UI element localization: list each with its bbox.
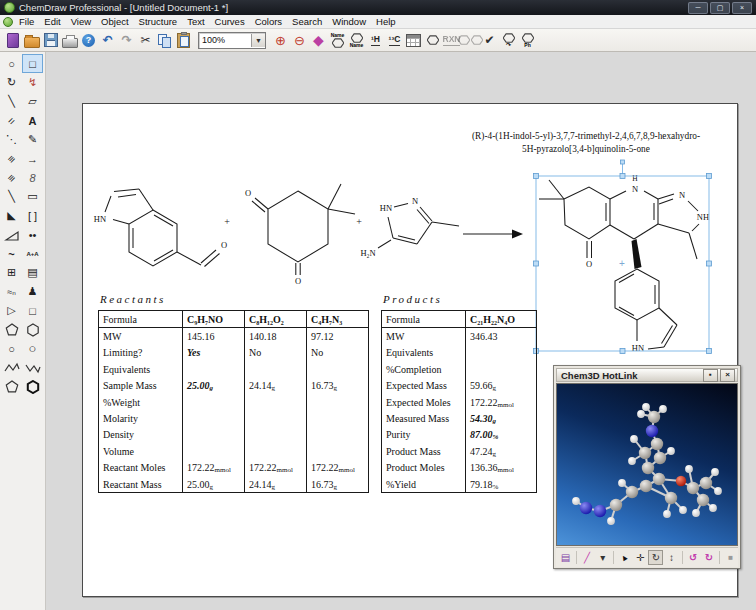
- table-cell[interactable]: [183, 443, 245, 459]
- table-cell[interactable]: [245, 361, 307, 377]
- table-cell[interactable]: C₉H₇NO: [183, 311, 245, 328]
- polymer-tool[interactable]: ≈ₙ: [1, 282, 22, 301]
- new-document-button[interactable]: [3, 30, 22, 50]
- row-label[interactable]: Product Mass: [382, 443, 466, 459]
- open-button[interactable]: [22, 30, 41, 50]
- cyclopropane-ring-tool[interactable]: ▷: [1, 301, 22, 320]
- menu-edit[interactable]: Edit: [39, 15, 65, 28]
- lasso-tool[interactable]: ○: [1, 54, 22, 73]
- table-cell[interactable]: 136.36mmol: [466, 460, 537, 476]
- table-cell[interactable]: 79.18%: [466, 476, 537, 493]
- zoom-dropdown-arrow-icon[interactable]: ▼: [251, 34, 265, 47]
- chem3d-rotate-bond-minus-button[interactable]: ↺: [686, 550, 701, 565]
- benzene-ring-tool[interactable]: [22, 377, 43, 396]
- bold-bond-tool[interactable]: ╲: [1, 187, 22, 206]
- table-cell[interactable]: 16.73g: [307, 476, 369, 493]
- products-table[interactable]: FormulaC₂₁H₂₂N₄OMW346.43Equivalents%Comp…: [381, 310, 537, 493]
- row-label[interactable]: %Completion: [382, 361, 466, 377]
- reactants-table[interactable]: FormulaC₉H₇NOC₈H₁₂O₂C₄H₇N₃MW145.16140.18…: [98, 310, 369, 493]
- pen-tool[interactable]: ✎: [22, 130, 43, 149]
- table-cell[interactable]: [307, 443, 369, 459]
- chem3d-stop-button[interactable]: ■: [723, 550, 738, 565]
- row-label[interactable]: MW: [382, 328, 466, 345]
- cyclopentadiene-ring-tool[interactable]: [1, 377, 22, 396]
- row-label[interactable]: Expected Mass: [382, 378, 466, 394]
- row-label[interactable]: Reactant Moles: [99, 460, 183, 476]
- chem3d-zoom-tool[interactable]: ↕: [664, 550, 679, 565]
- menu-curves[interactable]: Curves: [210, 15, 250, 28]
- expand-label-button[interactable]: ↷: [499, 30, 518, 50]
- table-cell[interactable]: 24.14g: [245, 476, 307, 493]
- table-cell[interactable]: [307, 361, 369, 377]
- menu-window[interactable]: Window: [327, 15, 371, 28]
- chem3d-viewport[interactable]: [556, 383, 738, 546]
- hashed-wedge-tool[interactable]: ≡: [1, 168, 22, 187]
- row-label[interactable]: MW: [99, 328, 183, 345]
- table-cell[interactable]: [245, 427, 307, 443]
- table-cell[interactable]: 16.73g: [307, 378, 369, 394]
- table-cell[interactable]: 87.00%: [466, 427, 537, 443]
- table-cell[interactable]: [307, 410, 369, 426]
- row-label[interactable]: Volume: [99, 443, 183, 459]
- chem3d-undock-button[interactable]: ▪: [703, 369, 718, 382]
- cyclohexane-ring-tool[interactable]: [22, 320, 43, 339]
- paste-button[interactable]: [174, 30, 193, 50]
- table-cell[interactable]: [307, 394, 369, 410]
- copy-button[interactable]: [155, 30, 174, 50]
- row-label[interactable]: Sample Mass: [99, 378, 183, 394]
- row-label[interactable]: %Weight: [99, 394, 183, 410]
- menu-text[interactable]: Text: [182, 15, 209, 28]
- table-cell[interactable]: [245, 394, 307, 410]
- chem3d-build-bond-tool[interactable]: ╱: [580, 550, 595, 565]
- table-cell[interactable]: C₂₁H₂₂N₄O: [466, 311, 537, 328]
- table-cell[interactable]: 47.24g: [466, 443, 537, 459]
- chem3d-build-bond-dropdown[interactable]: ▾: [595, 550, 610, 565]
- table-cell[interactable]: 24.14g: [245, 378, 307, 394]
- multiple-bond-tool[interactable]: =: [1, 111, 22, 130]
- print-button[interactable]: [60, 30, 79, 50]
- row-label[interactable]: Molarity: [99, 410, 183, 426]
- chem3d-close-button[interactable]: ×: [720, 369, 735, 382]
- table-cell[interactable]: 172.22mmol: [245, 460, 307, 476]
- chem3d-pan-tool[interactable]: ✛: [633, 550, 648, 565]
- redo-button[interactable]: ↷: [117, 30, 136, 50]
- structure-dimedone[interactable]: O O: [245, 184, 355, 286]
- chair-cyclohexane-tool-2[interactable]: [22, 358, 43, 377]
- reactants-heading[interactable]: Reactants: [100, 293, 166, 305]
- structure-aminopyrazole[interactable]: HN N H₂N: [360, 196, 459, 258]
- cyclooctane-ring-tool[interactable]: ○: [22, 339, 43, 358]
- stamp-tool[interactable]: ♟: [22, 282, 43, 301]
- chem3d-title-bar[interactable]: Chem3D HotLink ▪×: [556, 368, 738, 382]
- wavy-bond-tool[interactable]: ~: [1, 244, 22, 263]
- table-cell[interactable]: [183, 394, 245, 410]
- contract-label-button[interactable]: Ph: [518, 30, 537, 50]
- undo-button[interactable]: ↶: [98, 30, 117, 50]
- table-cell[interactable]: [466, 361, 537, 377]
- table-cell[interactable]: 346.43: [466, 328, 537, 345]
- structure-to-name-button[interactable]: Name: [347, 30, 366, 50]
- table-cell[interactable]: [245, 443, 307, 459]
- table-cell[interactable]: [183, 410, 245, 426]
- menu-colors[interactable]: Colors: [250, 15, 287, 28]
- chem3d-select-tool[interactable]: ▲: [617, 550, 632, 565]
- attachment-point-tool[interactable]: ↯: [22, 73, 43, 92]
- table-cell[interactable]: [183, 361, 245, 377]
- help-button[interactable]: ?: [79, 30, 98, 50]
- row-label[interactable]: Measured Mass: [382, 410, 466, 426]
- cut-button[interactable]: ✂: [136, 30, 155, 50]
- cyclobutane-ring-tool[interactable]: □: [22, 301, 43, 320]
- table-cell[interactable]: No: [245, 345, 307, 361]
- eraser-tool[interactable]: ▱: [22, 92, 43, 111]
- color-picker-button[interactable]: ◆: [309, 30, 328, 50]
- table-cell[interactable]: Yes: [183, 345, 245, 361]
- structure-indole-carbaldehyde[interactable]: HN O: [94, 189, 227, 267]
- dashed-bond-tool[interactable]: ⋱: [1, 130, 22, 149]
- solid-bond-tool[interactable]: ╲: [1, 92, 22, 111]
- chair-cyclohexane-tool-1[interactable]: [1, 358, 22, 377]
- menu-structure[interactable]: Structure: [134, 15, 183, 28]
- table-cell[interactable]: [183, 427, 245, 443]
- reaction-arrow[interactable]: [463, 230, 523, 239]
- table-cell[interactable]: 25.00g: [183, 378, 245, 394]
- minimize-button[interactable]: ─: [688, 2, 708, 14]
- hashed-bond-tool[interactable]: ≡: [1, 149, 22, 168]
